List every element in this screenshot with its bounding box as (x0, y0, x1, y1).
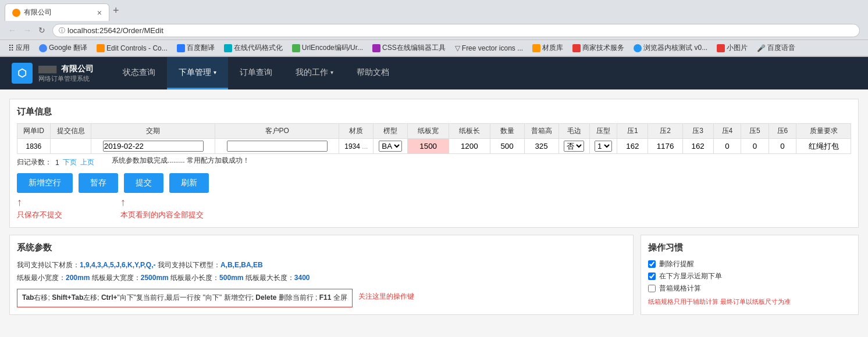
delivery-input[interactable] (103, 141, 204, 152)
habit-box-calc-label: 普箱规格计算 (659, 284, 701, 293)
habit-delete-checkbox[interactable] (648, 260, 656, 268)
press4-input[interactable] (718, 142, 736, 150)
system-params-section: 系统参数 我司支持以下材质：1,9,4,3,A,5,J,6,K,Y,P,Q,- … (9, 235, 634, 315)
nav-my-work[interactable]: 我的工作 ▾ (284, 57, 345, 89)
params-materials: 1,9,4,3,A,5,J,6,K,Y,P,Q,- (80, 261, 156, 269)
cell-material[interactable]: 1934 ... (339, 139, 373, 154)
bookmark-label: UrlEncode编码/Ur... (302, 43, 363, 53)
cell-press2[interactable] (648, 139, 682, 154)
bookmark-code-format[interactable]: 在线代码格式化 (220, 42, 286, 54)
bookmark-baidu-voice[interactable]: 🎤 百度语音 (753, 42, 799, 54)
box-height-input[interactable] (530, 142, 553, 150)
system-status-msg: 系统参数加载完成......... 常用配方加载成功！ (112, 156, 250, 166)
params-text: 我司支持以下材质：1,9,4,3,A,5,J,6,K,Y,P,Q,- 我司支持以… (17, 259, 626, 307)
flute-select[interactable]: BA A B E EB (379, 141, 402, 152)
cell-press4[interactable] (713, 139, 741, 154)
submit-all-label: 本页看到的内容全部提交 (120, 210, 204, 220)
cell-flute[interactable]: BA A B E EB (373, 139, 408, 154)
table-row: 1836 1934 ... BA A B E EB (17, 139, 851, 154)
tab-favicon (12, 9, 20, 17)
nav-status-query[interactable]: 状态查询 (111, 57, 167, 89)
habit-box-calc: 普箱规格计算 (648, 284, 851, 293)
params-flute-prefix: 我司支持以下楞型： (156, 261, 220, 269)
press3-input[interactable] (688, 142, 708, 150)
forward-button[interactable]: → (20, 23, 35, 37)
bookmark-css-editor[interactable]: CSS在线编辑器工具 (369, 42, 449, 54)
th-press1: 压1 (617, 124, 648, 139)
bookmark-label: Google 翻译 (49, 43, 87, 53)
customer-po-input[interactable] (227, 141, 328, 152)
cell-delivery[interactable] (91, 139, 215, 154)
press-type-select[interactable]: 1 2 (595, 141, 612, 152)
bookmark-free-vector[interactable]: ▽ Free vector icons ... (451, 43, 527, 53)
bookmark-browser-test[interactable]: 浏览器内核测试 v0... (630, 42, 711, 54)
order-table-head: 网单ID 提交信息 交期 客户PO 材质 楞型 纸板宽 纸板长 数量 普箱高 毛… (17, 124, 851, 139)
th-material: 材质 (339, 124, 373, 139)
bookmark-label: 浏览器内核测试 v0... (643, 43, 707, 53)
bookmark-apps[interactable]: ⠿ 应用 (5, 42, 33, 54)
refresh-button[interactable]: ↻ (35, 23, 49, 37)
submit-all-annotation: ↑ 本页看到的内容全部提交 (120, 196, 204, 220)
bookmarks-bar: ⠿ 应用 Google 翻译 Edit Controls - Co... 百度翻… (0, 40, 868, 56)
baidu-translate-icon (177, 44, 185, 52)
press5-input[interactable] (746, 142, 763, 150)
prev-page-link[interactable]: 上页 (80, 157, 94, 167)
quality-input[interactable] (803, 142, 844, 150)
order-info-title: 订单信息 (17, 106, 851, 117)
order-table-body: 1836 1934 ... BA A B E EB (17, 139, 851, 154)
browser-tab[interactable]: 有限公司 × (5, 3, 109, 21)
bookmark-label: Free vector icons ... (462, 44, 523, 52)
habit-box-calc-checkbox[interactable] (648, 285, 656, 292)
cell-rough-edge[interactable]: 否 是 (558, 139, 589, 154)
cell-press6[interactable] (769, 139, 796, 154)
nav-help-docs[interactable]: 帮助文档 (345, 57, 401, 89)
bookmark-merchant-service[interactable]: 商家技术服务 (569, 42, 628, 54)
order-info-section: 订单信息 网单ID 提交信息 交期 客户PO 材质 楞型 纸板宽 纸板长 数量 … (9, 99, 859, 228)
cell-customer-po[interactable] (215, 139, 339, 154)
params-line2: 纸板最小宽度：200mm 纸板最大宽度：2500mm 纸板最小长度：500mm … (17, 272, 626, 285)
save-draft-button[interactable]: 暂存 (79, 173, 118, 193)
browser-chrome: 有限公司 × + ← → ↻ ⓘ localhost:25642/Order/M… (0, 0, 868, 57)
url-bar[interactable]: ⓘ localhost:25642/Order/MEdit (52, 24, 860, 37)
quantity-input[interactable] (496, 142, 519, 150)
cell-quality[interactable] (796, 139, 851, 154)
cell-quantity[interactable] (490, 139, 524, 154)
back-button[interactable]: ← (5, 23, 20, 37)
press1-input[interactable] (622, 142, 643, 150)
bookmark-urlencode[interactable]: UrlEncode编码/Ur... (289, 42, 367, 54)
next-page-link[interactable]: 下页 (63, 157, 77, 167)
press2-input[interactable] (653, 142, 677, 150)
app-header: ⬡ ████ 有限公司 网络订单管理系统 状态查询 下单管理 ▾ 订单查询 我的… (0, 57, 868, 89)
bookmark-baidu-translate[interactable]: 百度翻译 (173, 42, 218, 54)
bookmark-material-lib[interactable]: 材质库 (529, 42, 567, 54)
habit-delete-reminder: 删除行提醒 (648, 259, 851, 269)
nav-order-place[interactable]: 下单管理 ▾ (167, 57, 228, 89)
cell-press-type[interactable]: 1 2 (589, 139, 617, 154)
th-order-id: 网单ID (17, 124, 51, 139)
cell-press3[interactable] (682, 139, 713, 154)
cell-press5[interactable] (741, 139, 769, 154)
nav-order-query[interactable]: 订单查询 (228, 57, 284, 89)
paper-width-input[interactable] (414, 142, 443, 150)
bookmark-google-translate[interactable]: Google 翻译 (35, 42, 91, 54)
cell-paper-width[interactable] (408, 139, 449, 154)
habit-delete-label: 删除行提醒 (659, 259, 694, 269)
cell-press1[interactable] (617, 139, 648, 154)
press6-input[interactable] (774, 142, 791, 150)
bookmark-edit-controls[interactable]: Edit Controls - Co... (93, 43, 171, 53)
bottom-sections: 系统参数 我司支持以下材质：1,9,4,3,A,5,J,6,K,Y,P,Q,- … (9, 235, 859, 315)
add-row-button[interactable]: 新增空行 (17, 173, 73, 193)
refresh-button[interactable]: 刷新 (169, 173, 209, 193)
bookmark-label: 应用 (16, 43, 30, 53)
cell-paper-length[interactable] (449, 139, 490, 154)
submit-button[interactable]: 提交 (124, 173, 163, 193)
rough-edge-select[interactable]: 否 是 (564, 141, 584, 152)
cell-box-height[interactable] (524, 139, 558, 154)
tab-close-button[interactable]: × (97, 8, 102, 17)
paper-length-input[interactable] (455, 142, 484, 150)
new-tab-button[interactable]: + (113, 5, 119, 19)
habit-show-recent: 在下方显示近期下单 (648, 271, 851, 281)
habit-recent-checkbox[interactable] (648, 273, 656, 280)
bookmark-small-image[interactable]: 小图片 (713, 42, 751, 54)
nav-arrow-icon: ▾ (214, 69, 216, 76)
